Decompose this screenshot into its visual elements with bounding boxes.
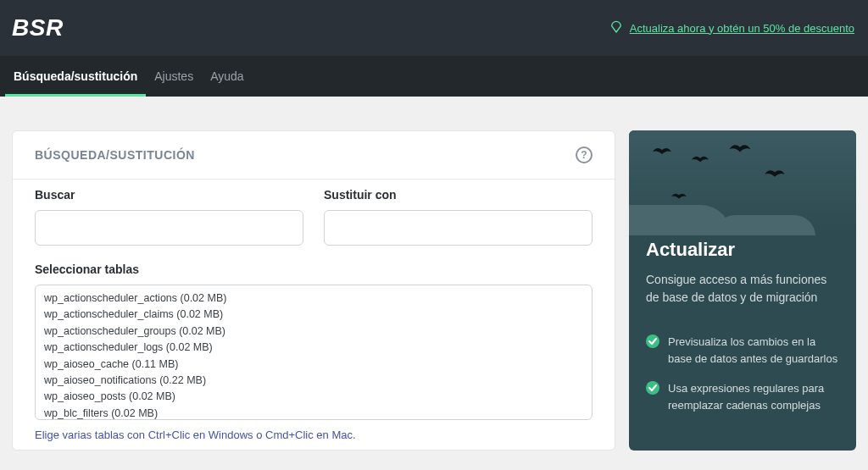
tables-label: Seleccionar tablas [35, 263, 593, 276]
table-option[interactable]: wp_blc_filters (0.02 MB) [42, 406, 585, 420]
table-option[interactable]: wp_actionscheduler_logs (0.02 MB) [42, 340, 585, 356]
tables-hint: Elige varias tablas con Ctrl+Clic en Win… [35, 429, 593, 441]
replace-label: Sustituir con [324, 188, 593, 202]
main-nav: Búsqueda/sustitución Ajustes Ayuda [0, 56, 868, 97]
help-icon[interactable]: ? [576, 147, 593, 163]
nav-settings[interactable]: Ajustes [146, 56, 202, 97]
check-icon [646, 335, 659, 348]
search-replace-panel: BÚSQUEDA/SUSTITUCIÓN ? Buscar Sustituir … [12, 130, 615, 451]
nav-search-replace[interactable]: Búsqueda/sustitución [5, 56, 146, 97]
table-option[interactable]: wp_actionscheduler_claims (0.02 MB) [42, 307, 585, 323]
search-label: Buscar [35, 188, 303, 202]
upgrade-card: Actualizar Consigue acceso a más funcion… [629, 130, 856, 451]
feature-text: Usa expresiones regulares para reemplaza… [668, 380, 839, 413]
bird-icon [671, 191, 687, 202]
panel-header: BÚSQUEDA/SUSTITUCIÓN ? [13, 131, 615, 180]
feature-text: Previsualiza los cambios en la base de d… [668, 334, 839, 367]
tag-icon [609, 20, 623, 36]
check-icon [646, 381, 659, 395]
promo-link[interactable]: Actualiza ahora y obtén un 50% de descue… [630, 22, 854, 35]
replace-input[interactable] [324, 210, 593, 246]
promo-banner: Actualiza ahora y obtén un 50% de descue… [609, 20, 854, 36]
bird-icon [692, 154, 709, 165]
upgrade-illustration [629, 130, 856, 235]
bird-icon [653, 146, 671, 158]
bird-icon [765, 168, 785, 180]
bird-icon [729, 142, 751, 156]
panel-title: BÚSQUEDA/SUSTITUCIÓN [35, 148, 195, 162]
feature-item: Usa expresiones regulares para reemplaza… [646, 380, 839, 413]
table-option[interactable]: wp_aioseo_posts (0.02 MB) [42, 389, 585, 405]
feature-item: Previsualiza los cambios en la base de d… [646, 334, 839, 367]
logo: BSR [12, 14, 64, 41]
table-option[interactable]: wp_aioseo_notifications (0.22 MB) [42, 373, 585, 389]
upgrade-title: Actualizar [646, 239, 839, 261]
search-input[interactable] [35, 210, 303, 246]
tables-select[interactable]: wp_actionscheduler_actions (0.02 MB)wp_a… [35, 285, 593, 420]
nav-help[interactable]: Ayuda [202, 56, 252, 97]
table-option[interactable]: wp_actionscheduler_groups (0.02 MB) [42, 323, 585, 340]
table-option[interactable]: wp_actionscheduler_actions (0.02 MB) [42, 290, 585, 307]
upgrade-description: Consigue acceso a más funciones de base … [646, 271, 839, 307]
topbar: BSR Actualiza ahora y obtén un 50% de de… [0, 0, 868, 56]
table-option[interactable]: wp_aioseo_cache (0.11 MB) [42, 357, 585, 373]
